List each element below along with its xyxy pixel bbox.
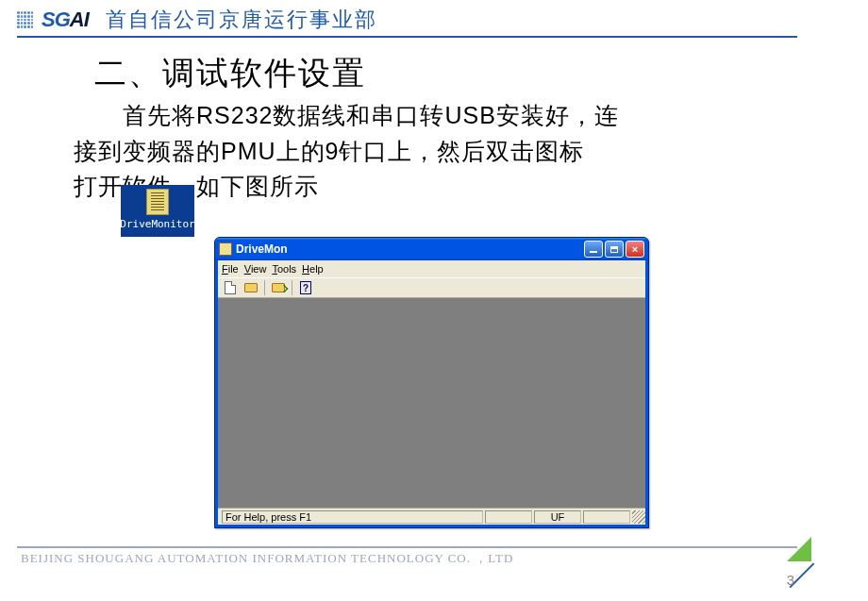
maximize-button[interactable] [605,241,624,258]
footer-triangle-line [787,537,811,561]
section-heading: 二、调试软件设置 [94,52,366,95]
toolbar: ? [218,277,645,298]
drivemon-window: DriveMon × File View Tools Help ? [214,237,649,528]
drivemonitor-file-icon [146,189,169,215]
status-bar: For Help, press F1 UF [218,508,645,525]
toolbar-open-drive-button[interactable] [269,279,288,296]
app-icon [219,242,232,256]
minimize-button[interactable] [584,241,603,258]
status-cell-uf: UF [534,510,581,524]
desktop-shortcut-label: DriveMonitor [120,218,194,230]
toolbar-separator [264,280,265,295]
help-icon: ? [300,281,311,294]
logo: SGAI [17,8,89,32]
header-title: 首自信公司京唐运行事业部 [106,6,377,34]
close-button[interactable]: × [626,241,644,258]
logo-dots-icon [17,9,38,30]
footer-divider [17,546,797,548]
status-cell-empty2 [583,510,630,524]
menu-help[interactable]: Help [302,263,324,275]
toolbar-help-button[interactable]: ? [296,279,315,296]
menu-view[interactable]: View [244,263,267,275]
menu-file[interactable]: File [222,263,239,275]
toolbar-separator [292,280,292,295]
resize-grip-icon[interactable] [632,510,645,524]
logo-text: SGAI [42,8,89,32]
header-divider [17,36,797,38]
window-title: DriveMon [236,242,584,256]
footer-text: BEIJING SHOUGANG AUTOMATION INFORMATION … [21,550,513,567]
toolbar-open-button[interactable] [242,279,260,296]
menu-bar: File View Tools Help [218,260,645,277]
menu-tools[interactable]: Tools [272,263,296,275]
title-bar[interactable]: DriveMon × [215,238,648,260]
status-cell-empty [485,510,532,524]
folder-arrow-icon [272,283,285,292]
toolbar-new-button[interactable] [221,279,240,296]
folder-open-icon [244,283,258,292]
desktop-shortcut[interactable]: DriveMonitor [121,185,194,237]
new-file-icon [225,281,236,294]
mdi-client-area [218,298,645,508]
page-number: 3 [787,572,794,588]
status-text: For Help, press F1 [222,510,483,524]
slide-header: SGAI 首自信公司京唐运行事业部 [17,6,797,34]
